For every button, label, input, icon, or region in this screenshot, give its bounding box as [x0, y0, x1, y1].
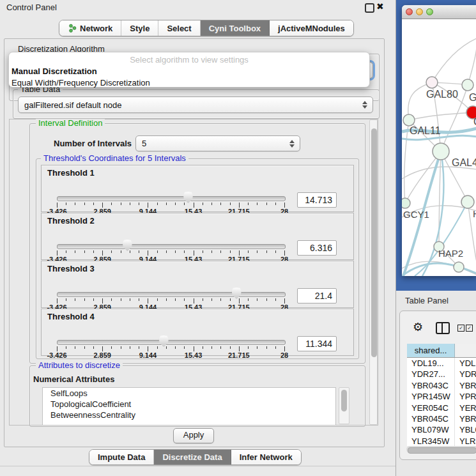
tab-infer-network[interactable]: Infer Network — [231, 450, 301, 464]
tab-cyni-toolbox[interactable]: Cyni Toolbox — [201, 20, 270, 36]
table-cell[interactable]: YPR1 — [455, 391, 476, 402]
tick-mark — [57, 250, 58, 256]
number-of-intervals-combobox[interactable]: 5 — [135, 135, 300, 151]
table-row[interactable]: YLR345WYLR3 — [407, 436, 476, 446]
zoom-window-icon[interactable] — [426, 8, 433, 15]
table-cell[interactable]: YER0 — [455, 403, 476, 413]
network-node[interactable] — [403, 114, 415, 126]
table-row[interactable]: YBL079WYBL0 — [407, 424, 476, 435]
table-row[interactable]: YDR27...YDR2 — [407, 369, 476, 380]
algorithm-option[interactable]: Manual Discretization — [9, 66, 369, 77]
column-header[interactable]: na — [455, 344, 476, 357]
split-columns-icon[interactable] — [436, 322, 450, 334]
threshold-slider-thumb[interactable] — [123, 240, 132, 251]
threshold-slider-track[interactable] — [57, 244, 286, 249]
tick-mark — [166, 203, 167, 205]
tab-label: Network — [80, 24, 112, 33]
table-panel-title: Table Panel — [405, 296, 449, 305]
vertical-scrollbar-thumb[interactable] — [371, 128, 377, 357]
threshold-value-field[interactable]: 21.4 — [297, 288, 337, 303]
tab-impute-data[interactable]: Impute Data — [89, 450, 154, 464]
table-row[interactable]: YPR145WYPR1 — [407, 391, 476, 402]
tick-mark — [266, 203, 267, 205]
tab-network[interactable]: Network — [59, 20, 121, 36]
network-node[interactable] — [402, 198, 410, 208]
tab-jactivemnodules[interactable]: jActiveMNodules — [270, 20, 353, 36]
tick-label: 2.859 — [93, 351, 111, 359]
network-node[interactable] — [462, 79, 473, 91]
attribute-list-item[interactable]: SelfLoops — [43, 388, 335, 399]
network-window[interactable]: GAL80GACGAL11GAL4GCY1HHAP2 — [402, 5, 476, 276]
table-row[interactable]: YDL19...YDL1 — [407, 358, 476, 369]
threshold-label: Threshold 1 — [47, 168, 95, 178]
table-cell[interactable]: YBR045C — [407, 413, 455, 424]
table-cell[interactable]: YLR345W — [407, 436, 455, 446]
node-table[interactable]: shared...naYDL19...YDL1YDR27...YDR2YBR04… — [407, 344, 476, 446]
attribute-list-item[interactable]: TopologicalCoefficient — [43, 399, 335, 410]
table-data-combobox[interactable]: galFiltered.sif default node — [18, 96, 373, 113]
numerical-attributes-list[interactable]: SelfLoopsTopologicalCoefficientBetweenne… — [42, 387, 336, 426]
column-header[interactable]: shared... — [407, 344, 455, 357]
table-cell[interactable]: YDR27... — [407, 369, 455, 380]
network-canvas[interactable]: GAL80GACGAL11GAL4GCY1HHAP2 — [402, 19, 476, 276]
float-panel-icon[interactable] — [365, 3, 374, 13]
threshold-slider-thumb[interactable] — [159, 335, 169, 347]
tab-label: Select — [167, 24, 191, 33]
network-node[interactable] — [454, 262, 464, 272]
tick-mark — [266, 346, 267, 349]
table-cell[interactable]: YBR043C — [407, 380, 455, 391]
close-panel-icon[interactable]: ✖ — [376, 3, 384, 10]
table-cell[interactable]: YDL19... — [407, 358, 455, 369]
table-hscrollbar[interactable] — [406, 446, 476, 453]
tick-mark — [275, 346, 276, 349]
table-cell[interactable]: YBL0 — [455, 424, 476, 435]
tab-style[interactable]: Style — [121, 20, 158, 36]
tab-select[interactable]: Select — [158, 20, 200, 36]
tick-mark — [139, 298, 139, 301]
table-cell[interactable]: YBR0 — [455, 380, 476, 391]
threshold-slider-track[interactable] — [57, 340, 286, 345]
table-row[interactable]: YER054CYER0 — [407, 403, 476, 413]
network-node[interactable] — [461, 196, 474, 208]
combo-arrows-icon — [289, 140, 295, 148]
threshold-slider-track[interactable] — [57, 196, 286, 201]
table-cell[interactable]: YDR2 — [455, 369, 476, 380]
tick-mark — [166, 346, 167, 349]
attributes-scrollbar[interactable] — [339, 387, 349, 424]
network-node[interactable] — [426, 77, 438, 88]
gear-icon[interactable]: ⚙ — [413, 321, 423, 333]
tick-mark — [121, 250, 121, 253]
table-hscrollbar-thumb[interactable] — [408, 447, 476, 454]
checkbox-icon[interactable]: ✓ — [457, 325, 464, 332]
network-node[interactable] — [433, 143, 449, 160]
table-cell[interactable]: YDL1 — [455, 358, 476, 369]
threshold-slider-thumb[interactable] — [183, 192, 193, 203]
threshold-value-field[interactable]: 14.713 — [297, 192, 337, 208]
table-cell[interactable]: YBL079W — [407, 424, 455, 435]
table-cell[interactable]: YBR0 — [455, 413, 476, 424]
right-region: GAL80GACGAL11GAL4GCY1HHAP2 Table Panel ⚙… — [395, 0, 476, 476]
table-cell[interactable]: YER054C — [407, 403, 455, 413]
tick-mark — [75, 298, 75, 301]
threshold-slider-thumb[interactable] — [232, 288, 242, 299]
table-row[interactable]: YBR045CYBR0 — [407, 413, 476, 424]
threshold-value-field[interactable]: 6.316 — [297, 240, 337, 256]
checkbox-icon[interactable]: ✓ — [466, 325, 473, 332]
table-cell[interactable]: YLR3 — [455, 436, 476, 446]
close-window-icon[interactable] — [406, 8, 413, 15]
apply-button[interactable]: Apply — [173, 428, 214, 443]
threshold-slider-track[interactable] — [57, 292, 286, 297]
minimize-window-icon[interactable] — [416, 8, 423, 15]
network-window-titlebar[interactable] — [402, 5, 476, 19]
table-cell[interactable]: YPR145W — [407, 391, 455, 402]
vertical-scrollbar[interactable] — [369, 119, 378, 425]
attributes-scrollbar-thumb[interactable] — [341, 390, 347, 411]
tick-mark — [84, 203, 85, 205]
algorithm-option[interactable]: Equal Width/Frequency Discretization — [9, 77, 369, 89]
tab-discretize-data[interactable]: Discretize Data — [154, 450, 231, 464]
tick-mark — [220, 346, 221, 349]
attribute-list-item[interactable]: BetweennessCentrality — [43, 410, 335, 420]
table-row[interactable]: YBR043CYBR0 — [407, 380, 476, 391]
threshold-value-field[interactable]: 11.344 — [297, 336, 337, 351]
tick-mark — [230, 298, 231, 301]
